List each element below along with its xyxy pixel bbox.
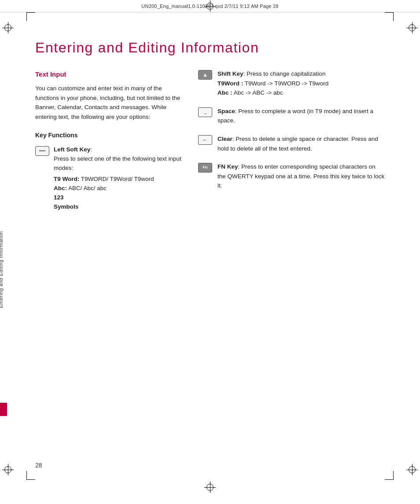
abc-shift-label: Abc : — [217, 89, 232, 96]
reg-mark-bottom-center — [206, 484, 214, 491]
abc-shift-value: Abc -> ABC -> abc — [234, 89, 283, 96]
shift-key-content: Shift Key: Press to change capitalizatio… — [217, 69, 385, 98]
sidebar-tab-bar — [0, 403, 7, 416]
page-content: Entering and Editing Information Text In… — [35, 22, 385, 469]
left-soft-key-item: — Left Soft Key: Press to select one of … — [35, 145, 185, 211]
t9word-shift-label: T9Word : — [217, 80, 243, 87]
left-soft-key-modes: T9 Word: T9WORD/ T9Word/ T9word Abc: ABC… — [54, 175, 185, 212]
crop-mark-tl-h — [26, 12, 35, 13]
clear-key-content: Clear: Press to delete a single space or… — [217, 134, 385, 153]
space-key-description: Press to complete a word (in T9 mode) an… — [217, 108, 373, 124]
t9word-shift-value: T9Word -> T9WORD -> T9word — [245, 80, 329, 87]
left-soft-key-description: Press to select one of the the following… — [54, 155, 181, 171]
page-number: 28 — [35, 462, 42, 469]
main-columns: Text Input You can customize and enter t… — [35, 69, 385, 218]
left-soft-key-content: Left Soft Key: Press to select one of th… — [54, 145, 185, 211]
shift-key-icon: ▲ — [198, 70, 212, 80]
crop-mark-bl-v — [26, 471, 27, 480]
crop-mark-bl-h — [26, 479, 35, 480]
fn-key-icon: Fn — [198, 163, 212, 173]
mode-t9word-label: T9 Word: — [54, 176, 79, 182]
mode-abc-value: ABC/ Abc/ abc — [68, 185, 107, 191]
reg-mark-top-right — [409, 24, 416, 31]
intro-paragraph: You can customize and enter text in many… — [35, 84, 185, 121]
clear-key-item: ← Clear: Press to delete a single space … — [198, 134, 385, 153]
mode-t9word: T9 Word: T9WORD/ T9Word/ T9word — [54, 175, 185, 184]
clear-key-description: Press to delete a single space or charac… — [217, 136, 378, 152]
fn-key-description: Press to enter corresponding special cha… — [217, 163, 384, 189]
space-key-content: Space: Press to complete a word (in T9 m… — [217, 107, 385, 125]
shift-key-name: Shift Key — [217, 70, 243, 77]
page-title: Entering and Editing Information — [35, 40, 385, 56]
left-soft-key-icon: — — [35, 146, 49, 156]
crop-mark-tr-h — [385, 12, 394, 13]
left-soft-key-name: Left Soft Key — [54, 146, 90, 153]
mode-abc-label: Abc: — [54, 185, 67, 191]
clear-key-icon: ← — [198, 135, 212, 145]
shift-key-item: ▲ Shift Key: Press to change capitalizat… — [198, 69, 385, 98]
clear-key-name: Clear — [217, 136, 232, 142]
crop-mark-tr-v — [393, 12, 394, 21]
space-key-item: ⎯ Space: Press to complete a word (in T9… — [198, 107, 385, 125]
space-key-icon: ⎯ — [198, 107, 212, 117]
fn-key-item: Fn FN Key: Press to enter corresponding … — [198, 162, 385, 191]
text-input-heading: Text Input — [35, 69, 185, 79]
sidebar-tab: Entering and Editing Information — [0, 123, 7, 416]
reg-mark-top-center — [206, 3, 214, 10]
reg-mark-top-left — [4, 24, 11, 31]
shift-key-description: Press to change capitalization — [247, 70, 325, 77]
mode-t9word-value: T9WORD/ T9Word/ T9word — [81, 176, 154, 182]
crop-mark-tl-v — [26, 12, 27, 21]
mode-123: 123 — [54, 193, 185, 202]
mode-symbols: Symbols — [54, 202, 185, 212]
sidebar-tab-label: Entering and Editing Information — [0, 231, 4, 308]
mode-123-label: 123 — [54, 194, 64, 201]
right-column: ▲ Shift Key: Press to change capitalizat… — [198, 69, 385, 218]
mode-abc: Abc: ABC/ Abc/ abc — [54, 184, 185, 193]
mode-symbols-label: Symbols — [54, 203, 78, 210]
key-functions-heading: Key Functions — [35, 131, 185, 140]
fn-key-content: FN Key: Press to enter corresponding spe… — [217, 162, 385, 191]
crop-mark-br-h — [385, 479, 394, 480]
reg-mark-bottom-left — [4, 466, 11, 473]
left-column: Text Input You can customize and enter t… — [35, 69, 185, 218]
crop-mark-br-v — [393, 471, 394, 480]
space-key-name: Space — [217, 108, 235, 114]
fn-key-name: FN Key — [217, 163, 238, 170]
reg-mark-bottom-right — [409, 466, 416, 473]
